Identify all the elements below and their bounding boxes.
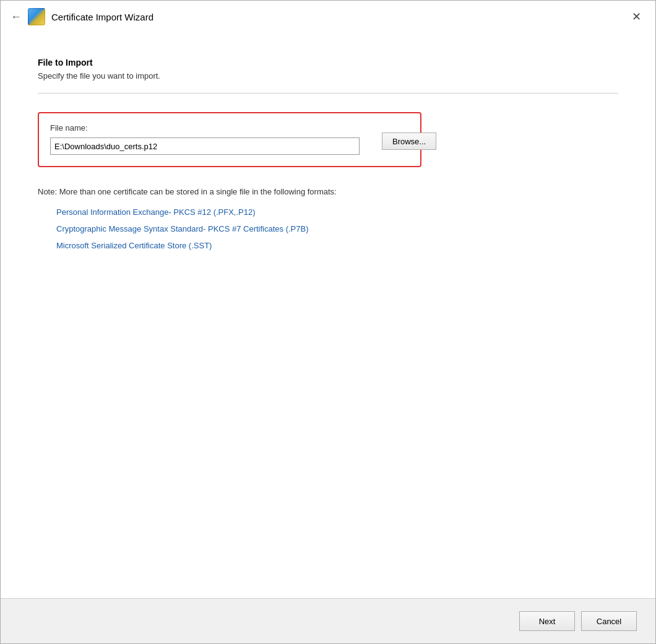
- file-label: File name:: [50, 123, 409, 133]
- file-section-highlight: File name:: [38, 112, 421, 167]
- browse-button[interactable]: Browse...: [382, 133, 436, 150]
- file-name-input[interactable]: [50, 137, 360, 155]
- file-input-row: [50, 137, 409, 155]
- title-bar-left: ← Certificate Import Wizard: [11, 8, 153, 25]
- back-button[interactable]: ←: [11, 11, 22, 22]
- format-list: Personal Information Exchange- PKCS #12 …: [38, 207, 618, 250]
- close-button[interactable]: ✕: [627, 7, 645, 26]
- note-text: Note: More than one certificate can be s…: [38, 187, 595, 196]
- format-item-3: Microsoft Serialized Certificate Store (…: [56, 241, 618, 250]
- section-title: File to Import: [38, 58, 618, 67]
- window-title: Certificate Import Wizard: [51, 12, 153, 22]
- dialog-window: ← Certificate Import Wizard ✕ File to Im…: [0, 0, 656, 644]
- content-area: File to Import Specify the file you want…: [1, 33, 655, 598]
- title-bar: ← Certificate Import Wizard ✕: [1, 1, 655, 33]
- wizard-icon: [28, 8, 45, 25]
- footer: Next Cancel: [1, 598, 655, 643]
- next-button[interactable]: Next: [519, 611, 575, 631]
- cancel-button[interactable]: Cancel: [581, 611, 637, 631]
- note-section: Note: More than one certificate can be s…: [38, 187, 618, 250]
- format-item-2: Cryptographic Message Syntax Standard- P…: [56, 224, 618, 233]
- divider: [38, 93, 618, 94]
- section-subtitle: Specify the file you want to import.: [38, 71, 618, 80]
- format-item-1: Personal Information Exchange- PKCS #12 …: [56, 207, 618, 217]
